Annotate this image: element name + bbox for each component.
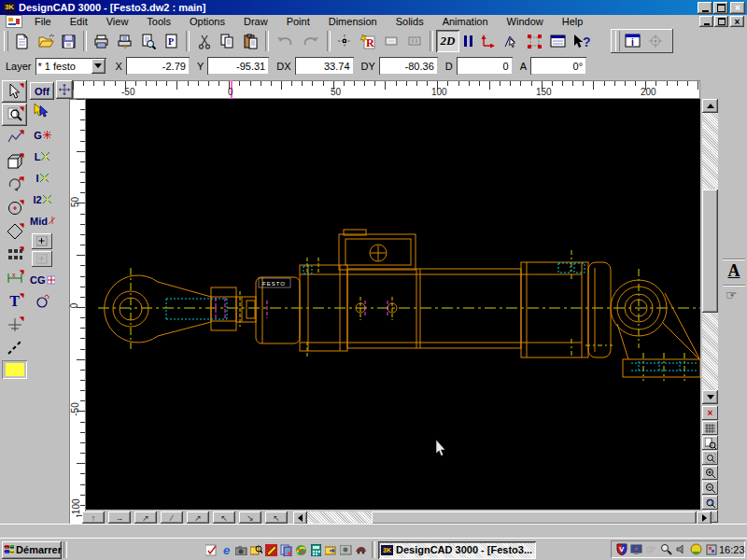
x-input[interactable] <box>126 57 190 75</box>
menu-solids[interactable]: Solids <box>387 16 433 27</box>
record-button[interactable]: R <box>357 30 380 52</box>
mdi-close-button[interactable]: × <box>730 16 744 27</box>
hatch-tool-button[interactable] <box>2 244 27 266</box>
snap-grid-button[interactable] <box>32 233 52 249</box>
mdi-restore-button[interactable] <box>714 16 728 27</box>
minimize-button[interactable] <box>698 2 712 14</box>
snap-midpoint-button[interactable]: Mid <box>30 210 55 231</box>
zoom-previous-button[interactable] <box>702 496 718 510</box>
current-color-swatch[interactable] <box>2 360 27 379</box>
layer-combobox[interactable]: * 1 festo <box>35 58 106 75</box>
snap-gravity-center-button[interactable]: CG <box>30 269 55 290</box>
quicklaunch-designer-icon[interactable] <box>264 543 278 557</box>
y-input[interactable] <box>207 57 269 75</box>
cursor-tools-button[interactable] <box>30 100 55 124</box>
snap-grid2-button-disabled[interactable] <box>32 251 52 267</box>
drawing-canvas[interactable]: FESTO <box>86 99 700 510</box>
quicklaunch-draw-icon[interactable] <box>294 543 308 557</box>
solid-box-tool-button[interactable] <box>2 150 27 173</box>
circle-tool-button[interactable] <box>2 197 27 219</box>
ruler-origin-button[interactable] <box>56 80 73 99</box>
layer-dropdown-arrow[interactable] <box>92 59 106 74</box>
quicklaunch-calc-icon[interactable] <box>309 543 323 557</box>
tray-speaker-icon[interactable] <box>674 542 688 556</box>
menu-dimension[interactable]: Dimension <box>319 16 387 27</box>
menu-point[interactable]: Point <box>277 16 319 27</box>
snap-line-button[interactable]: L <box>30 146 55 167</box>
quicklaunch-camera-icon[interactable] <box>234 543 248 557</box>
tray-display-icon[interactable] <box>629 542 643 556</box>
zoom-in-button[interactable] <box>702 466 718 480</box>
close-button[interactable]: × <box>730 2 745 14</box>
quicklaunch-files-icon[interactable] <box>279 543 293 557</box>
a-input[interactable] <box>530 57 586 75</box>
delete-button[interactable]: × <box>702 406 718 420</box>
snap-off-button[interactable]: Off <box>30 82 54 100</box>
tray-status-icon[interactable] <box>704 542 718 556</box>
polyline-tool-button[interactable] <box>2 127 27 149</box>
tray-hand-icon[interactable]: ☞ <box>644 542 658 556</box>
toolbar-grip[interactable] <box>4 31 8 51</box>
start-button[interactable]: Démarrer <box>2 541 62 559</box>
point-target-button-disabled[interactable] <box>644 31 667 51</box>
menu-animation[interactable]: Animation <box>433 16 498 27</box>
vscroll-thumb[interactable] <box>702 189 718 313</box>
menu-draw[interactable]: Draw <box>234 16 277 27</box>
point-select-button[interactable] <box>333 30 357 52</box>
macro-button-disabled[interactable] <box>380 30 403 52</box>
quicklaunch-viewer-icon[interactable] <box>339 543 353 557</box>
view-arrow-button-3[interactable]: ↗ <box>134 511 157 524</box>
dimension-tool-button[interactable]: x <box>2 267 27 289</box>
context-help-button[interactable]: ? <box>570 30 595 52</box>
snap-tangent-button[interactable] <box>30 290 55 312</box>
paper-setup-button[interactable]: P <box>160 30 183 52</box>
text-color-button[interactable]: A <box>725 261 743 282</box>
print-button[interactable] <box>90 30 113 52</box>
view-arrow-button-1[interactable]: ↑ <box>82 511 105 524</box>
menu-view[interactable]: View <box>97 16 138 27</box>
hscroll-thumb[interactable] <box>372 511 697 525</box>
restore-button[interactable] <box>713 2 728 14</box>
view-arrow-button-4[interactable]: ∕ <box>161 511 183 524</box>
line-style-button[interactable] <box>2 337 27 359</box>
hscroll-left-button[interactable] <box>293 511 307 525</box>
select-tool-button[interactable] <box>2 80 27 103</box>
quicklaunch-notes-icon[interactable] <box>204 543 218 557</box>
grid-toggle-button[interactable] <box>702 421 718 435</box>
print-preview-button[interactable] <box>136 30 160 52</box>
d-input[interactable] <box>457 57 513 75</box>
selection-handles-button[interactable] <box>523 30 546 52</box>
print-to-file-button[interactable] <box>113 30 136 52</box>
dx-input[interactable] <box>295 57 354 75</box>
zoom-page-button[interactable] <box>702 436 718 450</box>
view-arrow-button-6[interactable]: ↖ <box>213 511 235 524</box>
tray-magnifier-icon[interactable] <box>659 542 673 556</box>
quicklaunch-explorer-icon[interactable] <box>324 543 338 557</box>
rotate-tool-button[interactable] <box>2 174 27 196</box>
vscroll-down-button[interactable] <box>702 390 718 404</box>
info-window-button[interactable]: i <box>622 31 644 51</box>
view-arrow-button-5[interactable]: ↗ <box>187 511 209 524</box>
undo-button[interactable] <box>272 30 298 52</box>
view-arrow-button-7[interactable]: ↘ <box>239 511 261 524</box>
hscroll-right-button[interactable] <box>697 511 712 525</box>
view-arrow-button-2[interactable]: → <box>108 511 131 524</box>
quicklaunch-ie-icon[interactable]: e <box>219 543 233 557</box>
text-tool-button[interactable]: T <box>2 290 27 313</box>
paste-button[interactable] <box>239 30 262 52</box>
quicklaunch-find-icon[interactable] <box>249 543 263 557</box>
redo-button[interactable] <box>298 30 324 52</box>
point-tool-button[interactable] <box>2 314 27 336</box>
layer-window-button[interactable] <box>546 30 570 52</box>
menu-help[interactable]: Help <box>553 16 593 27</box>
save-button[interactable] <box>57 30 80 52</box>
toolbar-grip[interactable] <box>615 31 620 51</box>
zoom-window-button[interactable] <box>702 451 718 465</box>
menu-tools[interactable]: Tools <box>137 16 180 27</box>
hand-pointer-icon[interactable]: ☞ <box>726 287 738 302</box>
menu-file[interactable]: File <box>25 16 61 27</box>
quicklaunch-car-icon[interactable] <box>354 543 368 557</box>
mode-2d-button[interactable]: 2D <box>436 30 459 52</box>
tray-antivirus-icon[interactable]: V <box>614 542 628 556</box>
new-button[interactable] <box>10 30 34 52</box>
